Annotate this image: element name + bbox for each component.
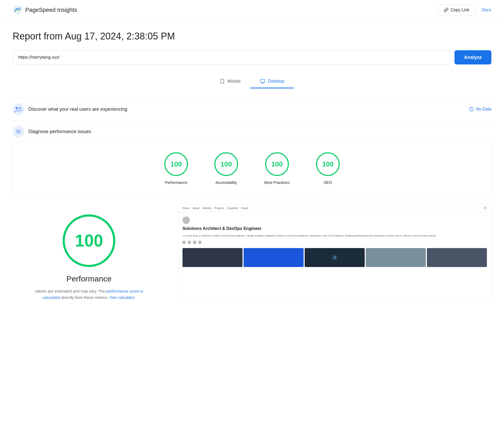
big-score-section: 100 Performance Values are estimated and… [13, 204, 491, 311]
preview-nav-links: Home About Articles Projects Expertise G… [182, 207, 248, 210]
app-title: PageSpeed Insights [25, 7, 77, 13]
performance-label: Performance [165, 180, 187, 185]
calculator-link[interactable]: See calculator. [110, 295, 135, 300]
docs-link[interactable]: Docs [482, 8, 491, 12]
mobile-icon [220, 79, 225, 84]
preview-img-5 [427, 248, 487, 267]
performance-circle: 100 [164, 152, 188, 176]
nav-settings-icon [484, 206, 487, 210]
preview-social [182, 241, 487, 244]
nav-projects: Projects [215, 207, 224, 210]
score-accessibility[interactable]: 100 Accessibility [214, 152, 238, 185]
copy-link-button[interactable]: Copy Link [438, 5, 475, 15]
tab-mobile[interactable]: Mobile [210, 75, 250, 88]
real-users-label: Discover what your real users are experi… [28, 107, 127, 112]
nav-about: About [193, 207, 200, 210]
seo-value: 100 [322, 160, 333, 168]
preview-images [182, 248, 487, 267]
link-icon [444, 8, 448, 12]
svg-point-16 [334, 256, 336, 259]
svg-point-14 [18, 131, 19, 132]
svg-rect-3 [260, 79, 265, 83]
accessibility-label: Accessibility [215, 180, 237, 185]
svg-point-8 [19, 107, 21, 109]
logo-area: PageSpeed Insights [13, 5, 77, 15]
accessibility-value: 100 [220, 160, 232, 168]
scores-card: 100 Performance 100 Accessibility 100 Be… [13, 142, 491, 195]
social-icon-github [188, 241, 191, 244]
big-score-area: 100 Performance Values are estimated and… [13, 204, 165, 311]
social-icon-x [182, 241, 186, 244]
preview-desc: I'm Harry Tang, a Solutions Architect an… [182, 234, 487, 238]
nav-articles: Articles [203, 207, 211, 210]
report-title: Report from Aug 17, 2024, 2:38:05 PM [13, 31, 491, 42]
analyze-button[interactable]: Analyze [454, 50, 491, 64]
tab-desktop-label: Desktop [268, 79, 284, 84]
pagespeed-logo-icon [13, 5, 23, 15]
no-data-label: No Data [476, 107, 491, 112]
svg-rect-1 [221, 79, 224, 84]
big-performance-circle: 100 [63, 214, 115, 267]
app-header: PageSpeed Insights Copy Link Docs [0, 0, 504, 20]
url-input[interactable] [13, 50, 450, 64]
desktop-icon [260, 79, 265, 84]
preview-img-2 [244, 248, 304, 267]
score-performance[interactable]: 100 Performance [164, 152, 188, 185]
performance-value: 100 [170, 160, 182, 168]
svg-point-15 [485, 208, 486, 208]
header-actions: Copy Link Docs [438, 5, 491, 15]
big-performance-title: Performance [66, 274, 112, 283]
no-data-area: No Data [469, 107, 491, 112]
preview-body: Solutions Architect & DevOps Engineer I'… [178, 212, 491, 299]
url-bar-row: Analyze [13, 50, 491, 64]
diagnose-section: Diagnose performance issues [13, 120, 491, 142]
real-users-icon [13, 103, 24, 115]
best-practices-label: Best Practices [264, 180, 290, 185]
info-icon [469, 107, 474, 112]
tab-desktop[interactable]: Desktop [250, 75, 294, 88]
copy-link-label: Copy Link [451, 8, 469, 12]
best-practices-value: 100 [271, 160, 283, 168]
nav-expertise: Expertise [227, 207, 238, 210]
preview-img-4 [366, 248, 426, 267]
social-icon-linkedin [193, 241, 196, 244]
nav-good: Good [241, 207, 248, 210]
website-preview-mockup: Home About Articles Projects Expertise G… [178, 204, 491, 299]
social-icon-facebook [198, 241, 201, 244]
tabs-row: Mobile Desktop [13, 75, 491, 88]
best-practices-circle: 100 [265, 152, 289, 176]
preview-img-1 [182, 248, 243, 267]
preview-img-3 [305, 248, 365, 267]
main-content: Report from Aug 17, 2024, 2:38:05 PM Ana… [0, 20, 504, 322]
accessibility-circle: 100 [214, 152, 238, 176]
real-users-left: Discover what your real users are experi… [13, 103, 127, 115]
diagnose-icon [13, 126, 24, 137]
diagnose-label: Diagnose performance issues [28, 129, 91, 134]
seo-label: SEO [324, 180, 332, 185]
tab-mobile-label: Mobile [228, 79, 241, 84]
real-users-section: Discover what your real users are experi… [13, 98, 491, 120]
website-preview-card: Home About Articles Projects Expertise G… [178, 204, 491, 299]
big-performance-value: 100 [75, 231, 103, 250]
seo-circle: 100 [316, 152, 340, 176]
big-score-desc: Values are estimated and may vary. The p… [26, 288, 152, 301]
score-seo[interactable]: 100 SEO [316, 152, 340, 185]
svg-point-6 [13, 104, 24, 115]
preview-nav: Home About Articles Projects Expertise G… [178, 204, 491, 212]
score-best-practices[interactable]: 100 Best Practices [264, 152, 290, 185]
svg-point-7 [16, 107, 18, 109]
nav-home: Home [182, 207, 190, 210]
preview-heading: Solutions Architect & DevOps Engineer [182, 226, 487, 231]
preview-avatar [182, 216, 190, 224]
